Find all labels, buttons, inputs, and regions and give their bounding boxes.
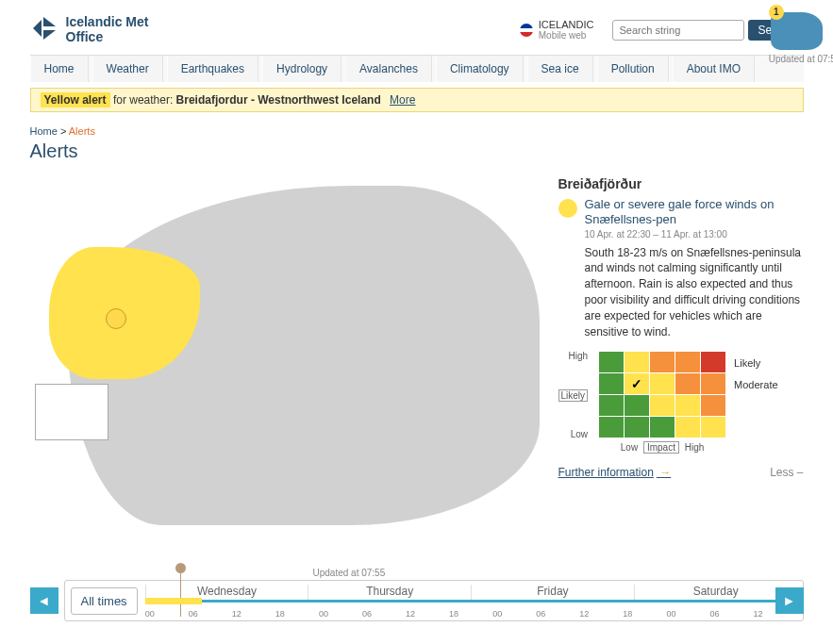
svg-marker-0	[33, 20, 42, 37]
timeline: Updated at 07:55 ◄ All times Wednesday T…	[30, 568, 804, 621]
minimap-updated: Updated at 07:55	[769, 54, 833, 64]
nav-hydrology[interactable]: Hydrology	[262, 56, 342, 82]
matrix-y-axis: High Likely Low	[558, 351, 591, 439]
breadcrumb: Home > Alerts	[30, 125, 804, 137]
timeline-hours: 00061218 00061218 00061218 000612	[145, 609, 797, 619]
warning-time: 10 Apr. at 22:30 – 11 Apr. at 13:00	[585, 229, 804, 239]
nav-seaice[interactable]: Sea ice	[527, 56, 593, 82]
detail-region: Breiðafjörður	[558, 176, 804, 191]
map-alert-marker-icon[interactable]	[106, 308, 126, 329]
language-switch[interactable]: ICELANDIC Mobile web	[520, 19, 594, 41]
matrix-selected-cell: ✓	[625, 373, 649, 394]
timeline-track	[145, 600, 797, 603]
alert-level-tag: Yellow alert	[41, 92, 110, 107]
site-name: Icelandic Met Office	[66, 15, 149, 44]
crumb-current: Alerts	[69, 125, 95, 137]
nav-earthquakes[interactable]: Earthquakes	[167, 56, 258, 82]
timeline-all-times[interactable]: All times	[71, 587, 138, 615]
collapse-less-link[interactable]: Less –	[770, 466, 803, 479]
timeline-updated: Updated at 07:55	[313, 568, 804, 578]
warning-yellow-icon	[558, 199, 577, 218]
nav-home[interactable]: Home	[30, 56, 89, 82]
warning-description: South 18-23 m/s on Snæfellsnes-peninsula…	[585, 245, 804, 340]
nav-weather[interactable]: Weather	[92, 56, 163, 82]
timeline-days: Wednesday Thursday Friday Saturday	[145, 585, 797, 600]
logo-icon	[30, 14, 58, 45]
svg-marker-2	[43, 30, 56, 40]
site-logo[interactable]: Icelandic Met Office	[30, 14, 149, 45]
nav-pollution[interactable]: Pollution	[597, 56, 669, 82]
timeline-next-button[interactable]: ►	[775, 587, 804, 614]
alert-more-link[interactable]: More	[390, 93, 415, 107]
svg-marker-1	[43, 17, 56, 26]
map-column	[30, 172, 549, 549]
main-nav: Home Weather Earthquakes Hydrology Avala…	[30, 55, 804, 82]
matrix-legend: Likely Moderate	[734, 351, 777, 396]
risk-matrix: High Likely Low ✓ Low Impact High	[558, 351, 804, 453]
mobile-web-link[interactable]: Mobile web	[539, 30, 594, 41]
nav-climatology[interactable]: Climatology	[436, 56, 524, 82]
minimap-badge: 1	[769, 5, 784, 20]
further-info-link[interactable]: Further information →	[558, 466, 672, 479]
timeline-prev-button[interactable]: ◄	[30, 587, 58, 614]
page-title: Alerts	[30, 140, 804, 162]
flag-icon	[520, 24, 533, 37]
timeline-alert-span	[145, 598, 202, 604]
search-input[interactable]	[612, 20, 744, 41]
arrow-right-icon: →	[657, 466, 671, 479]
iceland-map[interactable]	[30, 172, 549, 549]
nav-avalanches[interactable]: Avalanches	[345, 56, 432, 82]
alert-banner: Yellow alert for weather: Breidafjordur …	[30, 88, 804, 112]
header: Icelandic Met Office ICELANDIC Mobile we…	[30, 9, 804, 55]
nav-about[interactable]: About IMO	[673, 56, 755, 82]
crumb-home[interactable]: Home	[30, 125, 58, 137]
matrix-grid: ✓	[598, 351, 726, 438]
alert-region: Breidafjordur - Westnorthwest Iceland	[176, 93, 381, 107]
detail-panel: Breiðafjörður Gale or severe gale force …	[558, 172, 804, 549]
minimap-icon: 1	[769, 5, 825, 52]
matrix-x-axis: Low Impact High	[598, 442, 726, 453]
language-label: ICELANDIC	[539, 19, 594, 30]
minimap-widget[interactable]: 1 Updated at 07:55	[769, 5, 833, 64]
warning-headline: Gale or severe gale force winds on Snæfe…	[585, 197, 804, 226]
alert-text: for weather:	[113, 93, 176, 107]
timeline-panel[interactable]: All times Wednesday Thursday Friday Satu…	[64, 580, 804, 621]
map-inset[interactable]	[35, 384, 108, 440]
